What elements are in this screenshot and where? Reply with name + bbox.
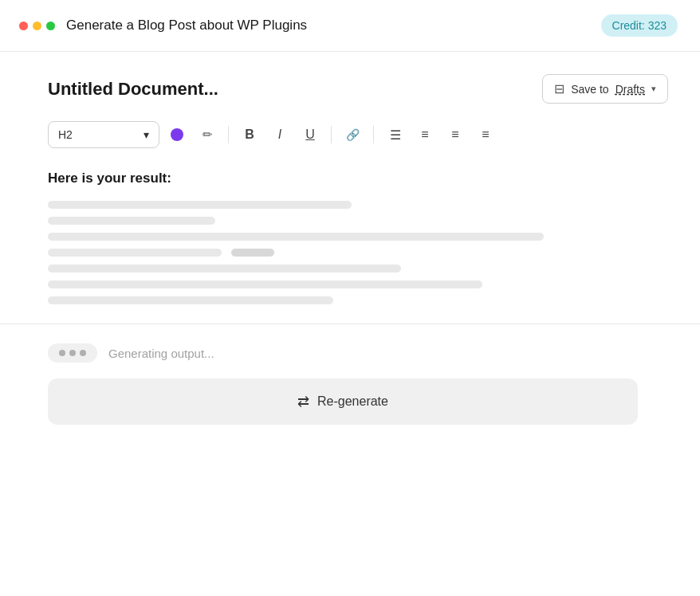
skeleton-line xyxy=(48,280,482,288)
regenerate-label: Re-generate xyxy=(317,394,388,409)
skeleton-line xyxy=(48,296,333,304)
drafts-label: Drafts xyxy=(615,83,645,96)
chevron-down-icon: ▾ xyxy=(651,84,656,94)
italic-button[interactable]: I xyxy=(267,122,293,147)
link-button[interactable]: 🔗 xyxy=(340,122,365,147)
underline-button[interactable]: U xyxy=(297,122,323,147)
skeleton-line xyxy=(48,249,222,257)
color-dot xyxy=(171,128,183,141)
dot-yellow xyxy=(33,22,41,30)
dots-loader xyxy=(48,343,97,363)
highlighter-button[interactable]: ✏ xyxy=(195,122,220,147)
header-title: Generate a Blog Post about WP Plugins xyxy=(66,18,307,33)
skeleton-line xyxy=(48,233,544,241)
align-right-button[interactable]: ≡ xyxy=(473,122,498,147)
bottom-area: Generating output... ⇄ Re-generate xyxy=(0,324,700,447)
list-button[interactable]: ☰ xyxy=(382,122,407,147)
generating-row: Generating output... xyxy=(48,343,668,363)
doc-title: Untitled Document... xyxy=(48,79,218,100)
traffic-lights xyxy=(19,22,55,30)
document-icon: ⊟ xyxy=(554,81,564,96)
toolbar-separator-3 xyxy=(373,126,374,143)
toolbar-separator-2 xyxy=(331,126,332,143)
doc-topbar: Untitled Document... ⊟ Save to Drafts ▾ xyxy=(48,74,668,104)
heading-chevron: ▾ xyxy=(144,128,149,141)
result-heading: Here is your result: xyxy=(48,171,668,186)
dot-green xyxy=(46,22,55,30)
highlighter-icon: ✏ xyxy=(203,127,213,142)
dot-red xyxy=(19,22,28,30)
heading-value: H2 xyxy=(58,128,73,141)
save-label: Save to xyxy=(571,83,608,96)
align-center-icon: ≡ xyxy=(451,127,458,142)
bold-button[interactable]: B xyxy=(237,122,262,147)
top-header: Generate a Blog Post about WP Plugins Cr… xyxy=(0,0,700,52)
skeleton-line xyxy=(231,249,274,257)
toolbar: H2 ▾ ✏ B I U 🔗 ☰ ≡ ≡ ≡ xyxy=(48,121,668,148)
align-left-button[interactable]: ≡ xyxy=(412,122,438,147)
generating-text: Generating output... xyxy=(108,347,214,360)
toolbar-separator xyxy=(228,126,229,143)
skeleton-line xyxy=(48,201,352,209)
header-left: Generate a Blog Post about WP Plugins xyxy=(19,18,307,33)
link-icon: 🔗 xyxy=(346,128,360,141)
loader-dot-2 xyxy=(69,350,76,356)
color-picker-button[interactable] xyxy=(164,122,190,147)
align-left-icon: ≡ xyxy=(421,127,428,142)
loader-dot-3 xyxy=(80,350,86,356)
skeleton-line xyxy=(48,265,401,273)
loader-dot-1 xyxy=(59,350,65,356)
skeleton-line-row xyxy=(48,249,668,257)
heading-select[interactable]: H2 ▾ xyxy=(48,121,159,148)
save-drafts-button[interactable]: ⊟ Save to Drafts ▾ xyxy=(542,74,668,104)
skeleton-line xyxy=(48,217,215,225)
result-section: Here is your result: xyxy=(48,171,668,304)
skeleton-lines xyxy=(48,201,668,304)
regenerate-icon: ⇄ xyxy=(297,393,309,410)
regenerate-button[interactable]: ⇄ Re-generate xyxy=(48,378,638,425)
align-center-button[interactable]: ≡ xyxy=(442,122,468,147)
align-right-icon: ≡ xyxy=(482,127,489,142)
list-icon: ☰ xyxy=(390,127,400,143)
document-area: Untitled Document... ⊟ Save to Drafts ▾ … xyxy=(0,52,700,324)
credit-badge: Credit: 323 xyxy=(601,14,678,37)
